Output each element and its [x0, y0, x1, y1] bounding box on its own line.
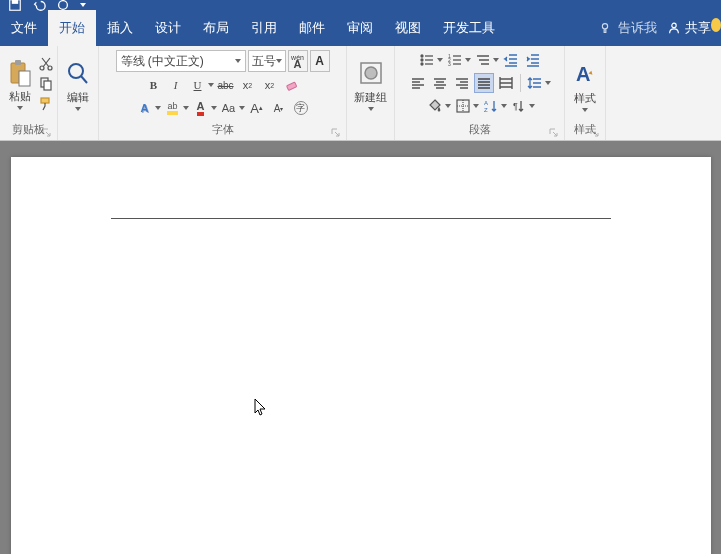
- copy-icon[interactable]: [38, 76, 54, 92]
- newgroup-label: 新建组: [354, 90, 387, 105]
- svg-rect-7: [19, 71, 30, 86]
- align-left-button[interactable]: [408, 73, 428, 93]
- cut-icon[interactable]: [38, 56, 54, 72]
- grow-font-button[interactable]: A▴: [247, 98, 267, 118]
- tab-design[interactable]: 设计: [144, 10, 192, 46]
- svg-point-18: [421, 59, 423, 61]
- font-size-value: 五号: [252, 53, 276, 70]
- chevron-down-icon[interactable]: [545, 81, 551, 85]
- superscript-button[interactable]: x2: [260, 75, 280, 95]
- dialog-launcher-icon[interactable]: [590, 128, 600, 138]
- smiley-icon[interactable]: [711, 18, 721, 32]
- bullets-button[interactable]: [417, 50, 437, 70]
- svg-point-13: [69, 64, 83, 78]
- chevron-down-icon[interactable]: [437, 58, 443, 62]
- group-edit: 编辑: [58, 46, 99, 140]
- chevron-down-icon[interactable]: [239, 106, 245, 110]
- tab-mailings[interactable]: 邮件: [288, 10, 336, 46]
- align-justify-button[interactable]: [474, 73, 494, 93]
- clear-formatting-button[interactable]: [282, 75, 302, 95]
- search-icon: [65, 60, 91, 88]
- svg-rect-14: [286, 82, 296, 90]
- font-name-combo[interactable]: 等线 (中文正文): [116, 50, 246, 72]
- text-effects-button[interactable]: A: [135, 98, 155, 118]
- chevron-down-icon[interactable]: [211, 106, 217, 110]
- highlight-button[interactable]: ab: [163, 98, 183, 118]
- newgroup-button[interactable]: 新建组: [350, 58, 391, 113]
- chevron-down-icon[interactable]: [473, 104, 479, 108]
- align-right-button[interactable]: [452, 73, 472, 93]
- format-painter-icon[interactable]: [38, 96, 54, 112]
- increase-indent-button[interactable]: [523, 50, 543, 70]
- svg-point-19: [421, 63, 423, 65]
- decrease-indent-button[interactable]: [501, 50, 521, 70]
- paragraph-group-label: 段落: [469, 123, 491, 135]
- tab-developer[interactable]: 开发工具: [432, 10, 506, 46]
- borders-button[interactable]: [453, 96, 473, 116]
- page[interactable]: [11, 157, 711, 554]
- chevron-down-icon: [276, 59, 282, 63]
- tab-references[interactable]: 引用: [240, 10, 288, 46]
- group-clipboard: 粘贴 剪贴板: [0, 46, 58, 140]
- chevron-down-icon[interactable]: [183, 106, 189, 110]
- font-size-combo[interactable]: 五号: [248, 50, 286, 72]
- char-border-button[interactable]: A: [310, 50, 330, 72]
- line-spacing-button[interactable]: [525, 73, 545, 93]
- chevron-down-icon[interactable]: [465, 58, 471, 62]
- paste-label: 粘贴: [9, 89, 31, 104]
- multilevel-list-button[interactable]: [473, 50, 493, 70]
- share-button[interactable]: 共享: [667, 10, 711, 46]
- shading-button[interactable]: [425, 96, 445, 116]
- underline-button[interactable]: U: [188, 75, 208, 95]
- font-color-button[interactable]: A: [191, 98, 211, 118]
- tell-me-search[interactable]: 告诉我: [598, 10, 657, 46]
- chevron-down-icon[interactable]: [529, 104, 535, 108]
- group-styles: A 样式 样式: [565, 46, 606, 140]
- paste-button[interactable]: 粘贴: [3, 57, 37, 112]
- phonetic-guide-button[interactable]: wénA: [288, 50, 308, 72]
- edit-find-button[interactable]: 编辑: [61, 58, 95, 113]
- chevron-down-icon: [235, 59, 241, 63]
- styles-button[interactable]: A 样式: [568, 59, 602, 114]
- tab-layout[interactable]: 布局: [192, 10, 240, 46]
- numbering-button[interactable]: 123: [445, 50, 465, 70]
- svg-text:¶: ¶: [513, 101, 518, 111]
- strikethrough-button[interactable]: abc: [216, 75, 236, 95]
- svg-point-2: [59, 1, 68, 10]
- chevron-down-icon[interactable]: [208, 83, 214, 87]
- dialog-launcher-icon[interactable]: [549, 128, 559, 138]
- tab-insert[interactable]: 插入: [96, 10, 144, 46]
- subscript-button[interactable]: x2: [238, 75, 258, 95]
- italic-button[interactable]: I: [166, 75, 186, 95]
- distributed-button[interactable]: [496, 73, 516, 93]
- tab-home[interactable]: 开始: [48, 10, 96, 46]
- chevron-down-icon: [368, 107, 374, 111]
- chevron-down-icon[interactable]: [445, 104, 451, 108]
- bold-button[interactable]: B: [144, 75, 164, 95]
- dialog-launcher-icon[interactable]: [42, 128, 52, 138]
- sort-button[interactable]: AZ: [481, 96, 501, 116]
- dialog-launcher-icon[interactable]: [331, 128, 341, 138]
- tell-me-placeholder: 告诉我: [618, 19, 657, 37]
- chevron-down-icon: [582, 108, 588, 112]
- chevron-down-icon[interactable]: [155, 106, 161, 110]
- svg-text:Z: Z: [484, 107, 488, 113]
- enclose-char-button[interactable]: 字: [291, 98, 311, 118]
- chevron-down-icon[interactable]: [493, 58, 499, 62]
- show-marks-button[interactable]: ¶: [509, 96, 529, 116]
- change-case-button[interactable]: Aa: [219, 98, 239, 118]
- document-area[interactable]: [0, 141, 721, 554]
- svg-point-3: [602, 24, 607, 29]
- tab-view[interactable]: 视图: [384, 10, 432, 46]
- chevron-down-icon: [75, 107, 81, 111]
- align-center-button[interactable]: [430, 73, 450, 93]
- clipboard-group-label: 剪贴板: [12, 123, 45, 135]
- shrink-font-button[interactable]: A▾: [269, 98, 289, 118]
- tab-file[interactable]: 文件: [0, 10, 48, 46]
- share-label: 共享: [685, 19, 711, 37]
- tab-review[interactable]: 审阅: [336, 10, 384, 46]
- qat-more-icon[interactable]: [80, 3, 86, 7]
- font-group-label: 字体: [212, 123, 234, 135]
- svg-rect-6: [15, 60, 21, 65]
- chevron-down-icon[interactable]: [501, 104, 507, 108]
